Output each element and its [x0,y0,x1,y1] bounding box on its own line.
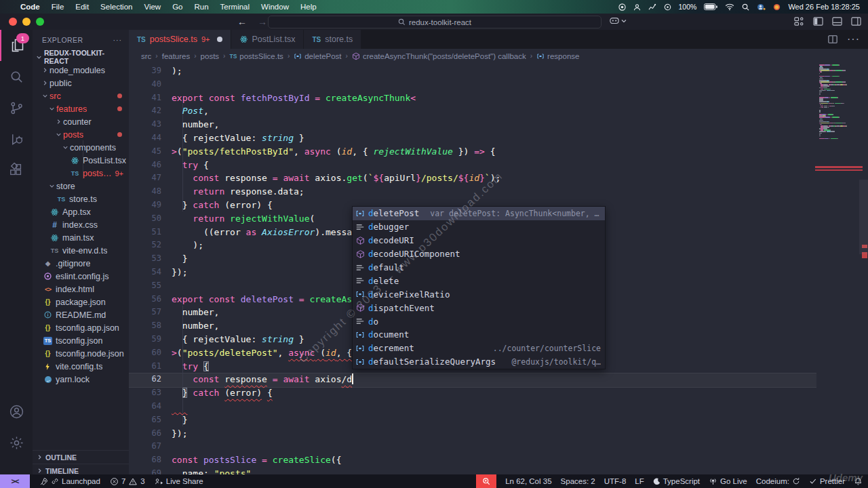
activity-source-control[interactable] [0,92,33,123]
breadcrumb-item[interactable]: response [536,52,579,60]
codeium-status[interactable]: Codeium: [756,477,800,485]
code-line-42[interactable]: Post, [172,104,500,118]
code-line-44[interactable]: { rejectValue: string } [172,131,500,145]
activity-explorer[interactable]: 1 [0,30,34,61]
code-line-69[interactable]: name: "posts", [172,467,500,474]
split-editor-icon[interactable] [828,35,837,44]
tree-item-main.tsx[interactable]: main.tsx [33,231,129,244]
tree-item-node_modules[interactable]: node_modules [33,64,129,77]
record-icon[interactable] [664,3,671,11]
activity-run-debug[interactable] [0,123,33,155]
indentation[interactable]: Spaces: 2 [561,477,595,485]
code-line-68[interactable]: const postsSlice = createSlice({ [172,453,500,467]
suggest-item-do[interactable]: do [353,314,605,328]
minimap[interactable] [819,64,860,140]
keystroke-icon[interactable] [618,3,626,11]
tree-item-features[interactable]: features [33,102,129,115]
outline-section[interactable]: OUTLINE [33,450,129,464]
tree-item-vite.config.ts[interactable]: vite.config.ts [33,360,129,373]
activity-extensions[interactable] [0,155,33,186]
problems-item[interactable]: 7 3 [110,477,145,486]
close-window-button[interactable] [9,18,17,26]
suggest-item-document[interactable]: document [353,328,605,342]
code-line-66[interactable]: }); [172,427,500,441]
tree-item-index.html[interactable]: <>index.html [33,283,129,296]
tree-item-eslint.config.js[interactable]: eslint.config.js [33,270,129,283]
suggest-item-devicePixelRatio[interactable]: devicePixelRatio [353,287,605,301]
tree-item-posts[interactable]: posts [33,128,129,141]
tab-PostList.tsx[interactable]: PostList.tsx [231,30,304,49]
tree-item-counter[interactable]: counter [33,115,129,128]
command-center-search[interactable]: redux-toolkit-react [268,16,601,28]
menu-run[interactable]: Run [194,3,208,11]
wifi-icon[interactable] [725,3,734,10]
go-live-button[interactable]: Go Live [709,477,747,485]
live-share-item[interactable]: Live Share [155,477,203,486]
zoom-indicator[interactable] [476,474,496,488]
code-line-64[interactable] [172,400,500,413]
activity-search[interactable] [0,61,33,92]
suggest-item-defaultSerializeQueryArgs[interactable]: defaultSerializeQueryArgs@reduxjs/toolki… [353,355,605,369]
code-line-45[interactable]: >("posts/fetchPostById", async (id, { re… [172,145,500,159]
customize-layout-icon[interactable] [794,16,804,26]
tree-item-components[interactable]: components [33,141,129,154]
user-switch-icon[interactable] [633,3,641,11]
toggle-secondary-sidebar-icon[interactable] [851,16,861,26]
remote-indicator[interactable]: >< [0,474,30,488]
menu-selection[interactable]: Selection [100,3,132,11]
suggest-item-deletePost[interactable]: deletePostvar deletePost: AsyncThunk<num… [353,207,605,220]
breadcrumb-item[interactable]: features [162,52,191,60]
tree-item-public[interactable]: public [33,77,129,89]
bell-icon[interactable] [854,477,863,486]
cursor-position[interactable]: Ln 62, Col 35 [505,477,551,485]
tree-item-tsconfig.json[interactable]: TStsconfig.json [33,334,129,347]
toggle-panel-icon[interactable] [832,16,842,26]
tree-item-index.css[interactable]: #index.css [33,218,129,231]
code-line-47[interactable]: const response = await axios.get(`${apiU… [172,171,500,185]
tree-item-README.md[interactable]: README.md [33,308,129,321]
zoom-window-button[interactable] [36,18,44,26]
code-editor[interactable]: 3940414243444546474849505152535455565758… [129,63,868,474]
timeline-section[interactable]: TIMELINE [33,464,129,474]
menu-window[interactable]: Window [261,3,289,11]
tab-store.ts[interactable]: TSstore.ts [304,30,361,49]
tree-item-tsconfig.app.json[interactable]: {}tsconfig.app.json [33,321,129,334]
tree-item-store.ts[interactable]: TSstore.ts [33,192,129,205]
suggest-item-decrement[interactable]: decrement../counter/counterSlice [353,342,605,355]
nav-back-button[interactable]: ← [237,16,247,27]
suggest-item-debugger[interactable]: debugger [353,220,605,234]
tab-postsSlice.ts[interactable]: TSpostsSlice.ts9+ [129,30,231,49]
workspace-root-folder[interactable]: REDUX-TOOLKIT-REACT [33,50,129,64]
suggest-item-dispatchEvent[interactable]: dispatchEvent [353,301,605,314]
eol[interactable]: LF [635,477,644,485]
menu-code[interactable]: Code [20,3,40,11]
tree-item-tsconfig.node.json[interactable]: {}tsconfig.node.json [33,347,129,360]
menu-go[interactable]: Go [172,3,182,11]
menu-help[interactable]: Help [300,3,317,11]
suggest-item-decodeURI[interactable]: decodeURI [353,234,605,247]
code-line-46[interactable]: try { [172,159,500,172]
code-line-67[interactable] [172,440,500,453]
encoding[interactable]: UTF-8 [604,477,627,485]
breadcrumb-item[interactable]: TSpostsSlice.ts [229,52,283,60]
stats-icon[interactable] [648,3,656,11]
menu-view[interactable]: View [144,3,161,11]
menu-terminal[interactable]: Terminal [220,3,250,11]
minimize-window-button[interactable] [22,18,31,26]
prettier-status[interactable]: Prettier [809,477,845,485]
tree-item-.gitignore[interactable]: ◆.gitignore [33,257,129,270]
tree-item-store[interactable]: store [33,180,129,192]
copilot-menu[interactable] [609,16,627,26]
user-badge-icon[interactable] [757,3,766,11]
code-line-65[interactable]: } [172,413,500,427]
code-line-43[interactable]: number, [172,118,500,131]
tree-item-src[interactable]: src [33,89,129,102]
suggest-item-delete[interactable]: delete [353,274,605,287]
suggest-item-decodeURIComponent[interactable]: decodeURIComponent [353,247,605,261]
breadcrumb-item[interactable]: src [141,52,151,60]
tree-item-postsSlice...[interactable]: TSpostsSlice...9+ [33,167,129,180]
toggle-sidebar-icon[interactable] [813,16,823,26]
tree-item-PostList.tsx[interactable]: PostList.tsx [33,154,129,167]
breadcrumb-item[interactable]: createAsyncThunk("posts/deletePost") cal… [352,52,526,60]
nav-forward-button[interactable]: → [258,16,267,27]
